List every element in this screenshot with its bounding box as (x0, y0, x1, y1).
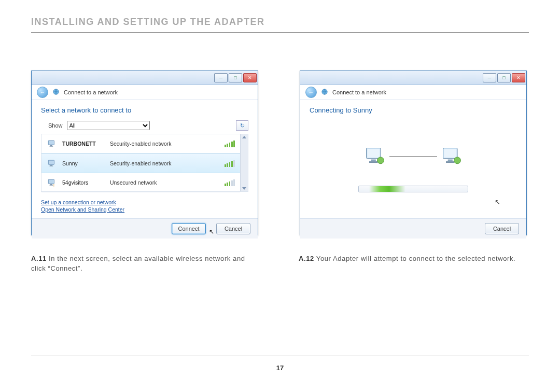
svg-rect-3 (50, 146, 53, 147)
network-name: 54gvisitors (62, 179, 105, 186)
connect-button[interactable]: Connect (172, 223, 206, 234)
minimize-icon[interactable]: ─ (483, 73, 496, 82)
computer-icon (47, 159, 57, 168)
titlebar: ─ □ ✕ (32, 71, 258, 85)
svg-point-16 (377, 157, 384, 164)
titlebar: ─ □ ✕ (300, 71, 526, 85)
network-icon (321, 88, 328, 96)
network-name: Sunny (62, 160, 105, 166)
scrollbar[interactable] (240, 134, 248, 191)
captions: A.11 In the next screen, select an avail… (31, 254, 529, 274)
maximize-icon[interactable]: □ (497, 73, 511, 82)
caption-a11-number: A.11 (31, 255, 47, 262)
connection-illustration (363, 145, 463, 168)
breadcrumb: ← Connect to a network (32, 85, 258, 100)
cancel-button[interactable]: Cancel (216, 223, 250, 234)
svg-rect-2 (50, 145, 52, 146)
network-desc: Unsecured network (110, 179, 219, 186)
svg-rect-5 (50, 165, 52, 166)
caption-a12-text: Your Adapter will attempt to connect to … (316, 255, 515, 262)
svg-rect-1 (48, 141, 54, 145)
signal-bars-icon (225, 179, 235, 186)
minimize-icon[interactable]: ─ (214, 73, 228, 82)
svg-rect-19 (444, 149, 456, 158)
network-name: TURBONETT (62, 141, 105, 147)
dialog-headline: Select a network to connect to (41, 106, 248, 114)
mouse-cursor-icon: ↖ (495, 198, 500, 206)
connect-line (389, 155, 437, 159)
svg-point-22 (454, 157, 461, 164)
caption-a12-number: A.12 (299, 255, 314, 262)
divider-bottom (31, 356, 529, 356)
signal-bars-icon (225, 160, 235, 167)
network-icon (52, 88, 60, 96)
back-arrow-icon[interactable]: ← (305, 87, 317, 98)
svg-rect-4 (48, 160, 54, 164)
caption-a11-text: In the next screen, select an available … (31, 255, 245, 272)
refresh-icon[interactable]: ↻ (236, 120, 248, 131)
mouse-cursor-icon: ↖ (209, 228, 214, 235)
breadcrumb: ← Connect to a network (300, 85, 526, 100)
close-icon[interactable]: ✕ (243, 73, 257, 82)
computer-monitor-icon (363, 145, 386, 168)
page-heading: INSTALLING AND SETTING UP THE ADAPTER (31, 17, 265, 27)
maximize-icon[interactable]: □ (229, 73, 242, 82)
crumb-title: Connect to a network (64, 89, 118, 95)
back-arrow-icon[interactable]: ← (37, 87, 48, 98)
show-dropdown[interactable]: All (67, 121, 150, 130)
dialog-connect-network: ─ □ ✕ ← Connect to a network Select a ne… (31, 71, 258, 235)
network-row[interactable]: !54gvisitorsUnsecured network (41, 173, 240, 192)
computer-monitor-icon (440, 145, 463, 168)
signal-bars-icon (225, 140, 235, 147)
network-row[interactable]: SunnySecurity-enabled network (41, 153, 240, 173)
show-label: Show (48, 122, 63, 129)
page-number: 17 (0, 364, 560, 372)
svg-rect-9 (50, 185, 53, 186)
network-desc: Security-enabled network (110, 160, 219, 166)
svg-rect-15 (369, 161, 378, 163)
svg-rect-14 (371, 160, 376, 162)
link-setup-connection[interactable]: Set up a connection or network (41, 199, 248, 205)
cancel-button[interactable]: Cancel (485, 223, 519, 234)
network-desc: Security-enabled network (110, 141, 219, 147)
computer-icon: ! (47, 178, 57, 187)
svg-rect-21 (446, 161, 455, 163)
svg-rect-8 (50, 184, 52, 185)
computer-icon (47, 139, 57, 148)
svg-rect-6 (50, 166, 53, 166)
link-network-center[interactable]: Open Network and Sharing Center (41, 206, 248, 213)
svg-text:!: ! (53, 184, 54, 187)
divider-top (31, 32, 529, 33)
network-row[interactable]: TURBONETTSecurity-enabled network (41, 134, 240, 153)
progress-bar (358, 186, 468, 192)
svg-rect-20 (448, 160, 453, 162)
network-list: TURBONETTSecurity-enabled networkSunnySe… (41, 134, 248, 192)
dialog-connecting: ─ □ ✕ ← Connect to a network Connecting … (300, 71, 527, 235)
dialog-headline: Connecting to Sunny (310, 106, 517, 114)
close-icon[interactable]: ✕ (512, 73, 525, 82)
crumb-title: Connect to a network (332, 89, 386, 95)
svg-rect-13 (367, 149, 380, 158)
